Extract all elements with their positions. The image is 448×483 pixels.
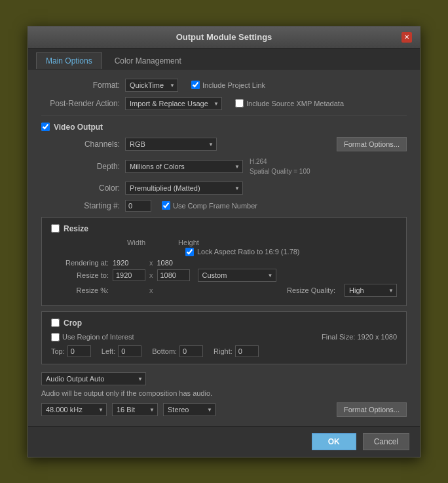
dialog-titlebar: Output Module Settings ✕ [28,27,420,48]
lock-aspect-checkbox[interactable] [185,248,194,256]
crop-right-input[interactable] [235,345,259,357]
bit-depth-select[interactable]: 16 Bit [112,403,158,416]
output-module-settings-dialog: Output Module Settings ✕ Main Options Co… [28,26,420,457]
crop-right-field: Right: [214,345,259,357]
bit-depth-wrapper[interactable]: 16 Bit [112,403,158,416]
resize-pct-row: Resize %: x Resize Quality: High [51,284,397,297]
resize-quality-wrapper[interactable]: High [345,284,397,297]
resize-section: Resize Width Height Lock Aspect Ratio to… [41,217,407,306]
crop-section: Crop Use Region of Interest Final Size: … [41,311,407,364]
post-render-row: Post-Render Action: Import & Replace Usa… [41,97,407,110]
color-select-wrapper[interactable]: Premultiplied (Matted) [125,182,243,195]
starting-hash-label: Starting #: [41,201,120,210]
tab-main-options[interactable]: Main Options [36,52,102,69]
depth-select-wrapper[interactable]: Millions of Colors [125,160,243,173]
sample-rate-select[interactable]: 48.000 kHz [41,403,107,416]
dialog-body: Format: QuickTime Include Project Link P… [28,69,420,426]
dialog-title: Output Module Settings [47,32,401,42]
crop-fields: Top: Left: Bottom: Right: [51,345,397,357]
format-select-wrapper[interactable]: QuickTime [125,79,178,92]
channels-select[interactable]: RGB [125,138,217,151]
format-label: Format: [41,81,120,90]
resize-preset-select[interactable]: Custom [198,269,276,282]
sample-rate-wrapper[interactable]: 48.000 kHz [41,403,107,416]
post-render-select-wrapper[interactable]: Import & Replace Usage [125,97,222,110]
depth-select[interactable]: Millions of Colors [125,160,243,173]
crop-left-input[interactable] [118,345,141,357]
depth-row: Depth: Millions of Colors H.264 Spatial … [41,157,407,176]
resize-to-row: Resize to: x Custom [51,269,397,282]
resize-checkbox[interactable] [51,224,60,233]
crop-checkbox[interactable] [51,319,60,327]
crop-bottom-input[interactable] [179,345,203,357]
channels-audio-wrapper[interactable]: Stereo [163,403,215,416]
include-project-link-checkbox[interactable]: Include Project Link [191,81,265,89]
ok-button[interactable]: OK [312,433,356,450]
audio-controls: 48.000 kHz 16 Bit Stereo Format Options.… [41,402,407,417]
audio-auto-select[interactable]: Audio Output Auto [41,372,146,385]
audio-section: Audio Output Auto Audio will be output o… [41,372,407,417]
lock-aspect-row: Lock Aspect Ratio to 16:9 (1.78) [51,248,397,256]
close-button[interactable]: ✕ [401,32,412,43]
resize-col-headers: Width Height [51,239,397,246]
post-render-label: Post-Render Action: [41,99,120,108]
depth-label: Depth: [41,162,120,171]
resize-quality-select[interactable]: High [345,284,397,297]
cancel-button[interactable]: Cancel [363,433,409,450]
video-output-header: Video Output [41,123,407,132]
color-select[interactable]: Premultiplied (Matted) [125,182,243,195]
audio-note: Audio will be output only if the composi… [41,389,407,397]
crop-header: Crop [51,319,397,328]
post-render-select[interactable]: Import & Replace Usage [125,97,222,110]
tab-color-management[interactable]: Color Management [105,52,191,69]
final-size-label: Final Size: 1920 x 1080 [322,333,397,341]
use-roi-label[interactable]: Use Region of Interest [51,333,134,341]
resize-preset-wrapper[interactable]: Custom [198,269,276,282]
channels-audio-select[interactable]: Stereo [163,403,215,416]
audio-auto-row: Audio Output Auto [41,372,407,385]
resize-to-height-input[interactable] [157,269,190,281]
audio-format-options-button[interactable]: Format Options... [337,402,407,417]
tabs-bar: Main Options Color Management [28,48,420,69]
audio-auto-wrapper[interactable]: Audio Output Auto [41,372,146,385]
resize-header: Resize [51,224,397,233]
channels-select-wrapper[interactable]: RGB [125,138,217,151]
channels-label: Channels: [41,140,120,149]
include-source-xmp-checkbox[interactable]: Include Source XMP Metadata [235,99,344,107]
rendering-at-row: Rendering at: 1920 x 1080 [51,259,397,267]
crop-use-roi-row: Use Region of Interest Final Size: 1920 … [51,333,397,341]
format-options-button[interactable]: Format Options... [337,137,407,151]
use-comp-frame-label[interactable]: Use Comp Frame Number [162,201,257,210]
crop-bottom-field: Bottom: [152,345,203,357]
starting-hash-row: Starting #: Use Comp Frame Number [41,200,407,212]
crop-left-field: Left: [102,345,141,357]
color-row: Color: Premultiplied (Matted) [41,182,407,195]
color-label: Color: [41,184,120,193]
channels-row: Channels: RGB Format Options... [41,137,407,151]
format-row: Format: QuickTime Include Project Link [41,79,407,92]
format-select[interactable]: QuickTime [125,79,178,92]
starting-hash-input[interactable] [125,200,151,212]
video-output-checkbox[interactable] [41,123,50,131]
h264-info: H.264 Spatial Quality = 100 [250,157,310,176]
resize-to-width-input[interactable] [113,269,145,281]
dialog-footer: OK Cancel [28,426,420,457]
crop-top-field: Top: [51,345,91,357]
crop-top-input[interactable] [67,345,91,357]
